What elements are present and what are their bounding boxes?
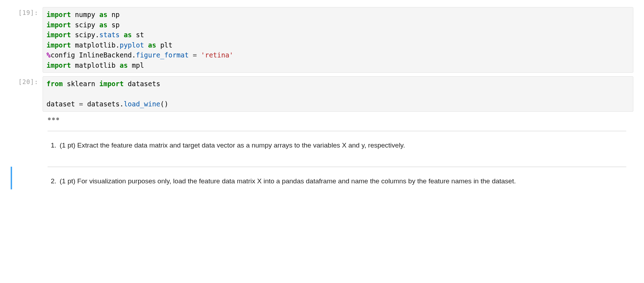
- divider: [48, 131, 626, 131]
- list-item: (1 pt) For visualization purposes only, …: [58, 176, 626, 187]
- markdown-cell-2[interactable]: (1 pt) For visualization purposes only, …: [11, 167, 633, 189]
- input-prompt: [19]:: [11, 7, 43, 73]
- collapsed-output-indicator[interactable]: •••: [48, 117, 633, 120]
- code-line: import matplotlib.pyplot as plt: [47, 40, 629, 50]
- input-prompt: [20]:: [11, 76, 43, 112]
- code-line: import numpy as np: [47, 10, 629, 20]
- code-cell-20[interactable]: [20]: from sklearn import datasets datas…: [11, 76, 633, 112]
- code-cell-19[interactable]: [19]: import numpy as npimport scipy as …: [11, 7, 633, 73]
- markdown-list: (1 pt) Extract the feature data matrix a…: [49, 140, 626, 151]
- code-line: import scipy.stats as st: [47, 30, 629, 40]
- divider: [48, 167, 626, 167]
- output-prompt-empty: [11, 115, 43, 120]
- code-line: import scipy as sp: [47, 20, 629, 30]
- code-line: %config InlineBackend.figure_format = 'r…: [47, 50, 629, 60]
- code-line: from sklearn import datasets: [47, 79, 629, 89]
- collapsed-output-row: •••: [11, 115, 633, 120]
- notebook-container: [19]: import numpy as npimport scipy as …: [0, 0, 644, 204]
- code-input[interactable]: import numpy as npimport scipy as spimpo…: [43, 7, 633, 73]
- list-item: (1 pt) Extract the feature data matrix a…: [58, 140, 626, 151]
- code-input[interactable]: from sklearn import datasets dataset = d…: [43, 76, 633, 112]
- markdown-list: (1 pt) For visualization purposes only, …: [49, 176, 626, 187]
- cell-select-bar-active[interactable]: [11, 167, 12, 189]
- code-line: [47, 89, 629, 99]
- cell-select-bar[interactable]: [11, 131, 12, 167]
- markdown-cell-1[interactable]: (1 pt) Extract the feature data matrix a…: [11, 131, 633, 167]
- code-line: dataset = datasets.load_wine(): [47, 99, 629, 109]
- code-line: import matplotlib as mpl: [47, 60, 629, 71]
